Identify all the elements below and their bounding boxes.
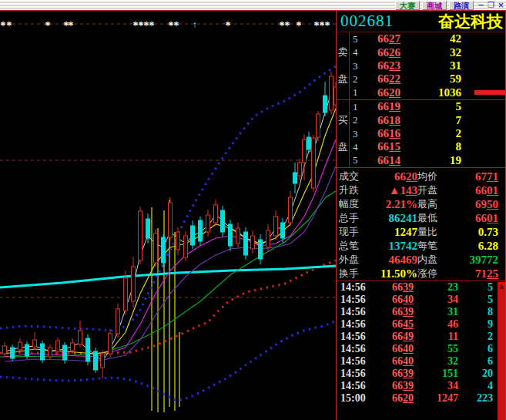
stat-label: 开盘 — [417, 183, 446, 197]
book-volume: 7 — [456, 114, 462, 127]
maximize-button[interactable]: ❐ — [486, 1, 496, 9]
buy-row[interactable]: 466158 — [350, 140, 505, 153]
tick-time: 14:56 — [337, 368, 374, 380]
tick-price: 6640 — [374, 355, 414, 368]
app-window: 大赛 商城 路演 − ❐ × ******************↑ 00268… — [0, 0, 506, 420]
stat-label: 最高 — [417, 197, 446, 211]
svg-text:*: * — [285, 20, 290, 32]
tick-volume: 34 — [414, 294, 458, 306]
stat-value: 6601 — [446, 212, 505, 225]
book-level: 1 — [350, 86, 377, 99]
tick-time: 14:56 — [337, 355, 374, 368]
tick-price: 6640 — [374, 294, 414, 306]
stat-label: 现手 — [337, 225, 365, 239]
book-level: 1 — [350, 101, 377, 113]
tick-price: 6639 — [374, 368, 414, 380]
tick-row[interactable]: 14:566639318 — [337, 306, 505, 318]
tick-row[interactable]: 14:566640345 — [337, 294, 505, 306]
book-price: 6619 — [377, 100, 422, 113]
stat-label: 每笔 — [417, 239, 446, 253]
buy-book-rows: 1661952661873661624661585661419 — [350, 100, 505, 167]
book-volume: 5 — [456, 100, 462, 113]
tick-price: 6639 — [374, 306, 414, 318]
book-price: 6616 — [377, 127, 422, 140]
stat-row: 现手1247量比0.73 — [337, 225, 505, 239]
stat-value: 6950 — [446, 198, 505, 211]
tick-row[interactable]: 14:566640326 — [337, 355, 505, 368]
sell-book-label: 卖 盘 — [337, 32, 350, 99]
stat-value: 11.50% — [365, 267, 417, 281]
minimize-button[interactable]: − — [476, 1, 486, 9]
svg-text:*: * — [314, 20, 320, 32]
scrollbar-up-icon[interactable]: ▲ — [498, 282, 505, 291]
chart-area[interactable]: ******************↑ — [0, 11, 337, 420]
tick-time: 14:56 — [337, 306, 374, 318]
book-volume: 19 — [450, 154, 461, 167]
book-price: 6620 — [377, 86, 422, 99]
book-volume: 8 — [456, 140, 462, 153]
book-level: 3 — [350, 60, 377, 72]
buy-row[interactable]: 266187 — [350, 113, 505, 126]
tick-volume: 34 — [414, 380, 458, 392]
tick-volume: 31 — [414, 306, 458, 318]
stat-row: 成交6620均价6771 — [337, 170, 505, 183]
stat-label: 总手 — [337, 211, 365, 225]
stat-value: 6620 — [365, 170, 417, 183]
book-level: 5 — [350, 154, 377, 166]
stat-row: 幅度2.21%最高6950 — [337, 197, 505, 211]
tick-row[interactable]: 14:56663915120 — [337, 368, 505, 380]
sell-row[interactable]: 166201036 — [350, 86, 505, 99]
stat-row: 总手86241最低6601 — [337, 211, 505, 225]
tick-volume: 55 — [414, 343, 458, 355]
sell-row[interactable]: 3662331 — [350, 59, 505, 72]
stock-name: 奋达科技 — [438, 11, 503, 32]
book-volume: 32 — [450, 46, 461, 59]
book-level: 4 — [350, 46, 377, 59]
stat-value: 39772 — [446, 254, 505, 267]
sell-row[interactable]: 2662259 — [350, 72, 505, 86]
book-volume: 31 — [450, 59, 461, 72]
stat-label: 内盘 — [417, 253, 446, 267]
kline-chart[interactable]: ******************↑ — [0, 11, 336, 420]
tick-time: 15:00 — [337, 392, 374, 405]
tick-row[interactable]: 14:566640556 — [337, 343, 505, 355]
tick-time: 14:56 — [337, 343, 374, 355]
stat-value: 13742 — [365, 240, 417, 253]
buy-row[interactable]: 166195 — [350, 100, 505, 113]
roadshow-button[interactable]: 路演 — [449, 1, 474, 10]
tick-time: 14:56 — [337, 331, 374, 343]
book-volume: 1036 — [438, 86, 461, 99]
svg-text:*: * — [139, 20, 144, 32]
sell-row[interactable]: 4662632 — [350, 45, 505, 59]
tick-list: 14:56663923514:56664034514:56663931814:5… — [337, 281, 505, 405]
stat-value: 6771 — [446, 170, 505, 183]
book-price: 6627 — [377, 32, 422, 45]
book-volume: 2 — [456, 127, 462, 140]
close-button[interactable]: × — [496, 1, 506, 9]
tick-row[interactable]: 14:566645469 — [337, 318, 505, 331]
sell-row[interactable]: 5662742 — [350, 32, 505, 45]
tick-time: 14:56 — [337, 281, 374, 294]
svg-text:*: * — [1, 20, 6, 32]
stat-label: 升跌 — [337, 183, 365, 197]
stat-label: 量比 — [417, 225, 446, 239]
tick-row[interactable]: 14:566639235 — [337, 281, 505, 294]
main-area: ******************↑ 002681 奋达科技 卖 盘 5662… — [0, 10, 506, 420]
tick-row[interactable]: 14:566649112 — [337, 331, 505, 343]
svg-text:*: * — [144, 20, 149, 32]
scrollbar[interactable]: ▲ — [498, 282, 505, 420]
tick-volume: 32 — [414, 355, 458, 368]
contest-button[interactable]: 大赛 — [395, 1, 420, 10]
buy-row[interactable]: 5661419 — [350, 154, 505, 167]
tick-row[interactable]: 15:0066201247223 — [337, 392, 505, 405]
stats-section: 成交6620均价6771升跌▲143开盘6601幅度2.21%最高6950总手8… — [337, 168, 505, 281]
tick-price: 6620 — [374, 392, 414, 405]
svg-text:*: * — [169, 20, 174, 32]
mall-button[interactable]: 商城 — [422, 1, 447, 10]
svg-text:*: * — [69, 20, 74, 32]
stat-label: 涨停 — [417, 267, 446, 281]
book-volume: 59 — [450, 72, 461, 86]
book-price: 6615 — [377, 140, 422, 153]
tick-row[interactable]: 14:566639344 — [337, 380, 505, 392]
buy-row[interactable]: 366162 — [350, 127, 505, 140]
